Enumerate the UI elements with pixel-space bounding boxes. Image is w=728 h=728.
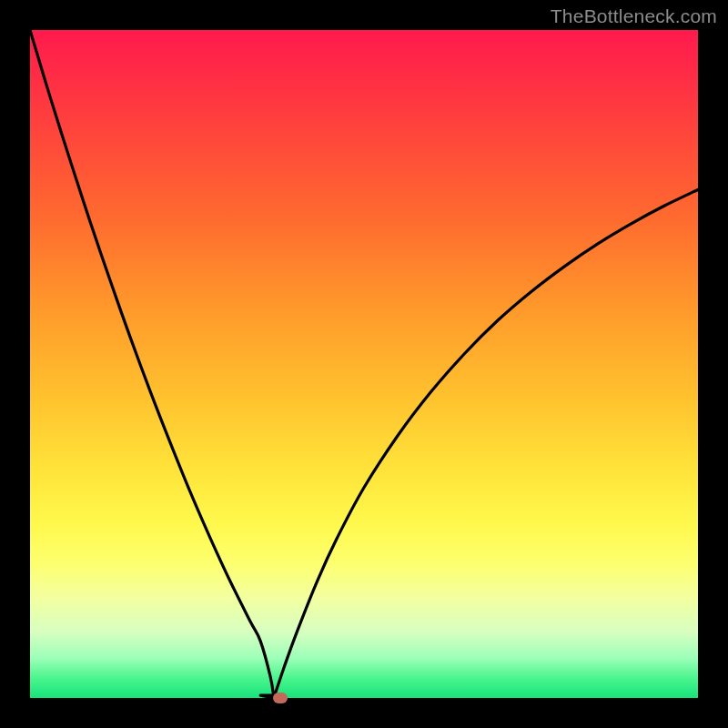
marker-dot: [273, 693, 288, 703]
chart-frame: TheBottleneck.com: [0, 0, 728, 728]
watermark-text: TheBottleneck.com: [551, 5, 717, 27]
gradient-plot-area: [30, 30, 698, 698]
bottleneck-curve: [30, 30, 698, 698]
